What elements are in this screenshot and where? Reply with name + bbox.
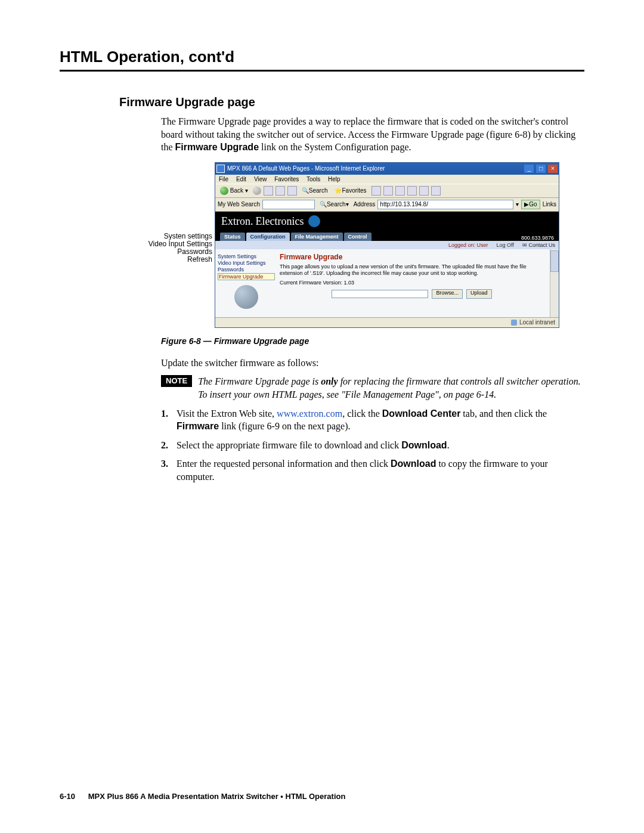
figure-6-8: Systen settings Video Input Settings Pas… [137,162,584,328]
menu-bar: File Edit View Favorites Tools Help [215,175,559,184]
search-label: Search [309,187,328,194]
address-dropdown[interactable]: ▾ [516,201,519,208]
brand-bar: Extron. Electronics [215,212,559,230]
security-zone-label: Local intranet [519,319,555,326]
content-area: System Settings Video Input Settings Pas… [215,249,559,317]
note-badge: NOTE [161,375,192,387]
forward-button[interactable] [253,187,261,195]
callout-refresh: Refresh [137,256,212,264]
mail-button[interactable] [395,186,405,196]
favorites-label: Favorites [342,187,366,194]
brand-logo-icon [308,215,320,227]
address-label: Address [354,201,376,208]
tab-control[interactable]: Control [344,233,371,241]
intro-paragraph: The Firmware Upgrade page provides a way… [161,115,584,154]
toolbar: Back ▾ 🔍 Search ⭐ Favorites [215,184,559,198]
scrollbar-thumb[interactable] [550,250,559,272]
step-1-text: Visit the Extron Web site, www.extron.co… [177,407,584,433]
step-3: 3. Enter the requested personal informat… [161,457,584,483]
step-2-text: Select the appropriate firmware file to … [177,439,450,452]
psearch-label: Search [327,201,346,208]
step-3-number: 3. [161,457,177,483]
info-strip: Logged on: User Log Off ✉ Contact Us [215,241,559,249]
sidebar-item-system-settings[interactable]: System Settings [218,253,275,259]
address-input[interactable]: http://10.13.194.8/ [377,200,513,209]
panel-description: This page allows you to upload a new ver… [280,264,544,277]
intro-text-b: link on the System Configuration page. [259,142,411,152]
logoff-link[interactable]: Log Off [497,242,514,248]
page-number: 6-10 [60,792,75,801]
sidebar-item-passwords[interactable]: Passwords [218,267,275,272]
contact-us-link[interactable]: ✉ Contact Us [522,242,555,248]
stop-button[interactable] [264,186,273,196]
links-label[interactable]: Links [543,201,556,208]
back-icon [220,187,228,195]
sidebar-item-video-input-settings[interactable]: Video Input Settings [218,260,275,266]
maximize-button[interactable]: □ [536,165,546,173]
step-2: 2. Select the appropriate firmware file … [161,439,584,452]
upload-form: Browse... Upload [280,289,544,299]
back-button[interactable]: Back ▾ [218,185,250,196]
menu-tools[interactable]: Tools [306,176,320,182]
step-1-c: tab, and then click the [460,408,547,419]
firmware-version-label: Current Firmware Version: 1.03 [280,280,544,286]
title-bar: MPX 866 A Default Web Pages - Microsoft … [215,163,559,175]
chapter-title: HTML Operation, cont'd [60,48,584,72]
window-title: MPX 866 A Default Web Pages - Microsoft … [227,165,524,172]
go-button[interactable]: ▶ Go [521,200,540,209]
address-value: http://10.13.194.8/ [380,201,428,208]
tab-file-management[interactable]: File Management [291,233,343,241]
psearch-button[interactable]: 🔍Search ▾ [317,199,351,210]
browser-window: MPX 866 A Default Web Pages - Microsoft … [215,162,559,328]
edit-button[interactable] [419,186,429,196]
menu-file[interactable]: File [219,176,228,182]
main-panel: Firmware Upgrade This page allows you to… [277,249,550,317]
page-footer: 6-10 MPX Plus 866 A Media Presentation M… [60,792,584,801]
file-path-input[interactable] [332,290,428,298]
menu-favorites[interactable]: Favorites [274,176,299,182]
logged-on-label: Logged on: User [448,242,488,248]
callout-labels: Systen settings Video Input Settings Pas… [137,233,212,264]
tab-status[interactable]: Status [220,233,245,241]
phone-number: 800.633.9876 [521,235,554,241]
back-label: Back [230,187,243,194]
figure-caption: Figure 6-8 — Firmware Upgrade page [161,336,584,346]
panel-title: Firmware Upgrade [280,253,544,261]
history-button[interactable] [383,186,393,196]
scrollbar[interactable] [550,249,559,317]
menu-view[interactable]: View [254,176,267,182]
search-toolbar: My Web Search 🔍Search ▾ Address http://1… [215,198,559,212]
brand-name: Extron [221,215,250,228]
upload-button[interactable]: Upload [466,289,492,299]
menu-help[interactable]: Help [328,176,340,182]
extron-link[interactable]: www.extron.com [277,408,342,419]
zone-icon [511,320,517,326]
home-button[interactable] [287,186,297,196]
update-instruction-line: Update the switcher firmware as follows: [161,357,584,370]
note-only: only [321,376,338,386]
search-button[interactable]: 🔍 Search [299,185,330,196]
menu-edit[interactable]: Edit [236,176,246,182]
download-center-bold: Download Center [382,408,461,419]
print-button[interactable] [407,186,417,196]
media-button[interactable] [371,186,381,196]
note-pre: The Firmware Upgrade page is [198,376,321,386]
step-1-b: , click the [342,408,382,419]
step-1-a: Visit the Extron Web site, [177,408,277,419]
note-text: The Firmware Upgrade page is only for re… [198,375,584,401]
download-bold-3: Download [391,459,436,469]
close-button[interactable]: × [548,165,558,173]
browse-button[interactable]: Browse... [432,289,463,299]
sidebar-item-firmware-upgrade[interactable]: Firmware Upgrade [218,273,275,280]
step-3-text: Enter the requested personal information… [177,457,584,483]
refresh-button[interactable] [275,186,285,196]
tab-configuration[interactable]: Configuration [246,233,290,241]
minimize-button[interactable]: _ [524,165,534,173]
favorites-button[interactable]: ⭐ Favorites [332,185,369,196]
firmware-bold: Firmware [177,421,219,431]
step-2-a: Select the appropriate firmware file to … [177,440,401,450]
mywebsearch-input[interactable] [262,200,315,209]
discuss-button[interactable] [431,186,441,196]
mywebsearch-label: My Web Search [218,201,260,208]
callout-system-settings: Systen settings [137,233,212,240]
